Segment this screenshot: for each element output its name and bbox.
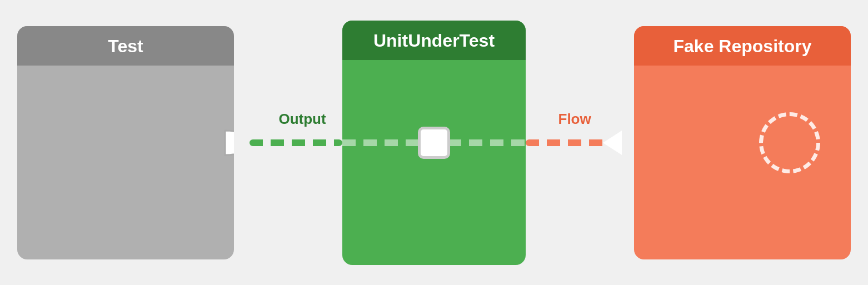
unit-box-header: UnitUnderTest bbox=[342, 21, 526, 60]
left-connection: Output bbox=[234, 126, 342, 159]
test-output-port bbox=[220, 128, 234, 157]
test-box-header: Test bbox=[17, 26, 234, 66]
unit-box: UnitUnderTest bbox=[342, 21, 526, 265]
fake-box: Fake Repository bbox=[634, 26, 851, 259]
flow-arrow bbox=[603, 131, 622, 155]
test-box: Test bbox=[17, 26, 234, 259]
right-connection: Flow bbox=[526, 126, 634, 159]
flow-label: Flow bbox=[558, 111, 591, 128]
fake-dashed-circle bbox=[759, 112, 820, 173]
unit-center-port bbox=[418, 127, 450, 159]
unit-label: UnitUnderTest bbox=[373, 31, 495, 51]
fake-box-header: Fake Repository bbox=[634, 26, 851, 66]
left-dashed-line bbox=[250, 139, 342, 146]
output-label: Output bbox=[278, 111, 326, 128]
diagram: Test Output UnitUnderTest Flow Fake Repo… bbox=[17, 15, 851, 271]
fake-label: Fake Repository bbox=[674, 36, 812, 56]
test-label: Test bbox=[108, 36, 143, 56]
